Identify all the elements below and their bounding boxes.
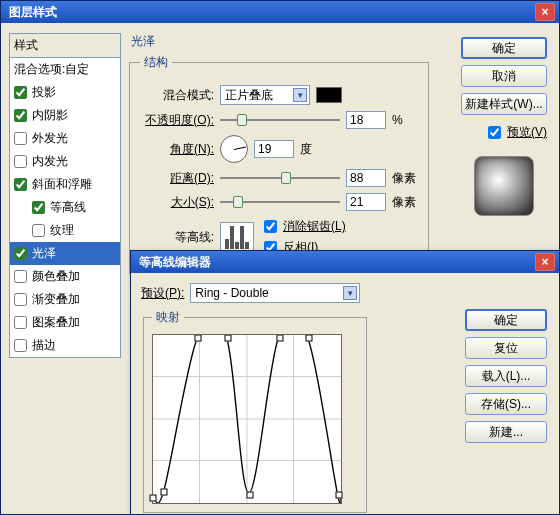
preview-input[interactable] — [488, 126, 501, 139]
curve-handle[interactable] — [224, 335, 231, 342]
new-button[interactable]: 新建... — [465, 421, 547, 443]
section-title: 光泽 — [131, 33, 429, 50]
ok-button[interactable]: 确定 — [461, 37, 547, 59]
curve-handle[interactable] — [161, 488, 168, 495]
style-item[interactable]: 渐变叠加 — [10, 288, 120, 311]
reset-button[interactable]: 复位 — [465, 337, 547, 359]
close-icon[interactable]: × — [535, 253, 555, 271]
style-item-checkbox[interactable] — [32, 224, 45, 237]
style-item-checkbox[interactable] — [32, 201, 45, 214]
distance-input[interactable]: 88 — [346, 169, 386, 187]
degree-unit: 度 — [300, 141, 312, 158]
curve-handle[interactable] — [276, 335, 283, 342]
style-item[interactable]: 等高线 — [10, 196, 120, 219]
chevron-down-icon: ▾ — [293, 88, 307, 102]
color-swatch[interactable] — [316, 87, 342, 103]
style-item-checkbox[interactable] — [14, 316, 27, 329]
new-style-button[interactable]: 新建样式(W)... — [461, 93, 547, 115]
structure-group: 结构 混合模式: 正片叠底 ▾ 不透明度(O): 18 % — [129, 54, 429, 274]
opacity-slider[interactable] — [220, 112, 340, 128]
distance-slider[interactable] — [220, 170, 340, 186]
style-item-checkbox[interactable] — [14, 86, 27, 99]
inner-titlebar: 等高线编辑器 × — [131, 251, 559, 273]
preset-row: 预设(P): Ring - Double ▾ — [141, 283, 549, 303]
size-input[interactable]: 21 — [346, 193, 386, 211]
style-item[interactable]: 内阴影 — [10, 104, 120, 127]
blend-options-row[interactable]: 混合选项:自定 — [10, 58, 120, 81]
style-item[interactable]: 投影 — [10, 81, 120, 104]
curve-handle[interactable] — [336, 492, 343, 499]
style-item[interactable]: 颜色叠加 — [10, 265, 120, 288]
contour-picker[interactable] — [220, 222, 254, 252]
inner-right-buttons: 确定 复位 载入(L)... 存储(S)... 新建... — [465, 309, 547, 443]
inner-body: 预设(P): Ring - Double ▾ 映射 确定 复位 载 — [131, 273, 559, 514]
size-slider[interactable] — [220, 194, 340, 210]
style-item-checkbox[interactable] — [14, 132, 27, 145]
antialias-input[interactable] — [264, 220, 277, 233]
style-item-label: 内发光 — [32, 153, 68, 170]
style-item-label: 纹理 — [50, 222, 74, 239]
main-right-buttons: 确定 取消 新建样式(W)... 预览(V) — [461, 37, 547, 216]
opacity-input[interactable]: 18 — [346, 111, 386, 129]
style-item-checkbox[interactable] — [14, 247, 27, 260]
style-item[interactable]: 描边 — [10, 334, 120, 357]
angle-label: 角度(N): — [140, 141, 214, 158]
main-titlebar: 图层样式 × — [1, 1, 559, 23]
load-button[interactable]: 载入(L)... — [465, 365, 547, 387]
style-item[interactable]: 斜面和浮雕 — [10, 173, 120, 196]
blend-mode-label: 混合模式: — [140, 87, 214, 104]
curve-handle[interactable] — [150, 495, 157, 502]
blend-mode-value: 正片叠底 — [225, 87, 273, 104]
style-item-checkbox[interactable] — [14, 155, 27, 168]
style-item[interactable]: 图案叠加 — [10, 311, 120, 334]
px-unit-2: 像素 — [392, 194, 416, 211]
curve-handle[interactable] — [246, 492, 253, 499]
style-item-checkbox[interactable] — [14, 178, 27, 191]
size-label: 大小(S): — [140, 194, 214, 211]
style-list-header[interactable]: 样式 — [10, 34, 120, 58]
style-item-checkbox[interactable] — [14, 270, 27, 283]
style-item-label: 图案叠加 — [32, 314, 80, 331]
blend-options-label: 混合选项:自定 — [14, 61, 89, 78]
style-item-label: 内阴影 — [32, 107, 68, 124]
curve-handle[interactable] — [306, 335, 313, 342]
style-item-label: 斜面和浮雕 — [32, 176, 92, 193]
style-item-checkbox[interactable] — [14, 109, 27, 122]
distance-row: 距离(D): 88 像素 — [140, 169, 418, 187]
antialias-checkbox[interactable]: 消除锯齿(L) — [260, 217, 346, 236]
cancel-button[interactable]: 取消 — [461, 65, 547, 87]
preview-checkbox[interactable]: 预览(V) — [461, 123, 547, 142]
style-item[interactable]: 内发光 — [10, 150, 120, 173]
style-item-label: 投影 — [32, 84, 56, 101]
style-item[interactable]: 外发光 — [10, 127, 120, 150]
opacity-label: 不透明度(O): — [140, 112, 214, 129]
angle-input[interactable]: 19 — [254, 140, 294, 158]
preset-select[interactable]: Ring - Double ▾ — [190, 283, 360, 303]
blend-mode-select[interactable]: 正片叠底 ▾ — [220, 85, 310, 105]
style-item-label: 颜色叠加 — [32, 268, 80, 285]
preview-label: 预览(V) — [507, 124, 547, 141]
contour-curve[interactable] — [152, 334, 342, 504]
style-list: 样式 混合选项:自定 投影内阴影外发光内发光斜面和浮雕等高线纹理光泽颜色叠加渐变… — [9, 33, 121, 358]
blend-mode-row: 混合模式: 正片叠底 ▾ — [140, 85, 418, 105]
curve-handle[interactable] — [194, 335, 201, 342]
contour-label: 等高线: — [140, 229, 214, 246]
style-item-checkbox[interactable] — [14, 293, 27, 306]
inner-ok-button[interactable]: 确定 — [465, 309, 547, 331]
save-button[interactable]: 存储(S)... — [465, 393, 547, 415]
percent-unit: % — [392, 113, 403, 127]
angle-dial[interactable] — [220, 135, 248, 163]
style-item[interactable]: 纹理 — [10, 219, 120, 242]
preset-value: Ring - Double — [195, 286, 268, 300]
preview-thumbnail — [474, 156, 534, 216]
style-item-checkbox[interactable] — [14, 339, 27, 352]
mapping-group: 映射 — [143, 309, 367, 513]
style-item-label: 渐变叠加 — [32, 291, 80, 308]
satin-panel: 光泽 结构 混合模式: 正片叠底 ▾ 不透明度(O): 18 — [129, 33, 429, 274]
style-item-label: 光泽 — [32, 245, 56, 262]
angle-row: 角度(N): 19 度 — [140, 135, 418, 163]
size-row: 大小(S): 21 像素 — [140, 193, 418, 211]
style-item[interactable]: 光泽 — [10, 242, 120, 265]
close-icon[interactable]: × — [535, 3, 555, 21]
main-title: 图层样式 — [5, 4, 535, 21]
